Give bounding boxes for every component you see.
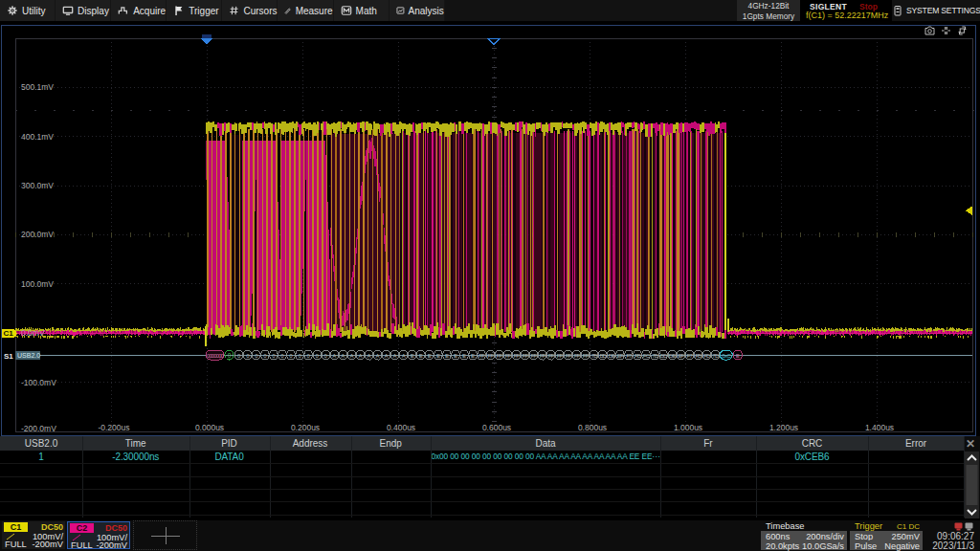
svg-text:0.200us: 0.200us [291, 423, 320, 432]
svg-text:0.400us: 0.400us [387, 423, 415, 432]
svg-text:A: A [375, 353, 379, 359]
svg-text:E: E [445, 353, 449, 359]
svg-text:0.000us: 0.000us [195, 423, 224, 432]
svg-text:400.1mV: 400.1mV [21, 132, 54, 142]
svg-text:E: E [419, 353, 423, 359]
svg-text:S1: S1 [4, 352, 13, 361]
svg-text:DE: DE [608, 353, 615, 359]
svg-text:USB2.0: USB2.0 [17, 352, 40, 359]
svg-text:0.0mV: 0.0mV [21, 328, 45, 338]
svg-text:E: E [411, 353, 414, 359]
svg-text:1.200us: 1.200us [769, 423, 798, 432]
svg-text:1.400us: 1.400us [865, 423, 894, 432]
svg-text:A: A [385, 353, 389, 359]
svg-text:E: E [462, 353, 466, 359]
svg-text:FB: FB [635, 353, 641, 359]
svg-text:300.0mV: 300.0mV [21, 181, 54, 190]
svg-text:E: E [471, 353, 475, 359]
svg-text:1.000us: 1.000us [674, 423, 702, 432]
svg-text:E: E [454, 353, 457, 359]
svg-text:7B: 7B [591, 353, 598, 359]
svg-text:0.600us: 0.600us [482, 423, 511, 432]
svg-text:C1: C1 [3, 329, 13, 338]
svg-text:0000000: 0000000 [207, 353, 225, 359]
svg-text:-200.0mV: -200.0mV [21, 424, 56, 433]
svg-text:E: E [736, 353, 740, 359]
svg-text:A: A [367, 353, 370, 359]
svg-text:FB: FB [695, 353, 702, 359]
svg-text:0: 0 [228, 352, 232, 359]
svg-text:E: E [436, 353, 440, 359]
svg-text:0xC: 0xC [722, 353, 731, 359]
svg-text:DE: DE [669, 353, 677, 359]
svg-text:A: A [341, 353, 345, 359]
svg-text:A: A [402, 353, 406, 359]
svg-text:E: E [428, 353, 432, 359]
svg-text:200.0mV: 200.0mV [21, 230, 54, 239]
svg-text:-100.0mV: -100.0mV [21, 378, 56, 387]
svg-text:500.1mV: 500.1mV [21, 82, 54, 92]
svg-text:-0.200us: -0.200us [98, 423, 129, 432]
svg-text:A: A [332, 353, 336, 359]
svg-text:100.0mV: 100.0mV [21, 279, 54, 289]
svg-text:7B: 7B [652, 353, 658, 359]
svg-text:0.800us: 0.800us [578, 423, 607, 432]
svg-text:A: A [393, 353, 397, 359]
svg-text:A: A [349, 353, 353, 359]
svg-text:A: A [358, 353, 362, 359]
